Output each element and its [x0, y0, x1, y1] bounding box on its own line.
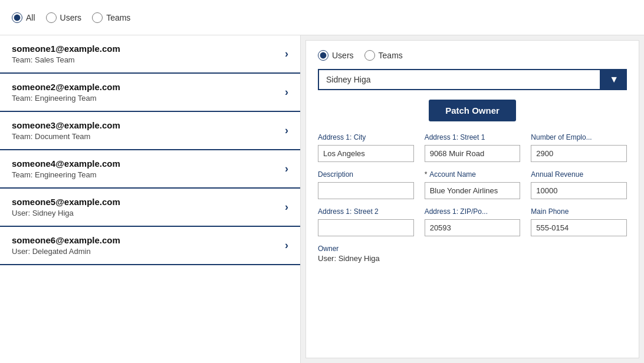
- field-label: Address 1: Street 2: [318, 207, 414, 216]
- field-label: Number of Emplo...: [531, 133, 627, 141]
- right-radio-users-text: Users: [332, 51, 354, 60]
- list-item-email: someone4@example.com: [12, 159, 120, 169]
- top-bar: All Users Teams: [0, 0, 644, 35]
- field-input[interactable]: [531, 145, 627, 162]
- list-item-text: someone4@example.com Team: Engineering T…: [12, 159, 120, 179]
- chevron-right-icon: ›: [285, 86, 288, 98]
- right-panel: Users Teams Sidney Higa ▼ Patch Owner: [305, 40, 639, 358]
- right-radio-teams-text: Teams: [379, 51, 403, 60]
- list-item-sub: User: Delegated Admin: [12, 247, 120, 256]
- radio-teams-label[interactable]: Teams: [92, 12, 130, 23]
- patch-owner-button[interactable]: Patch Owner: [429, 100, 516, 121]
- field-input[interactable]: [318, 219, 414, 236]
- right-radio-teams[interactable]: [364, 50, 375, 61]
- radio-all-label[interactable]: All: [12, 12, 35, 23]
- chevron-right-icon: ›: [285, 48, 288, 60]
- required-mark: *: [425, 170, 428, 179]
- list-item-sub: User: Sidney Higa: [12, 209, 120, 217]
- field-group: Address 1: City: [318, 133, 414, 162]
- user-dropdown[interactable]: Sidney Higa: [318, 69, 601, 90]
- right-radio-users-label[interactable]: Users: [318, 50, 354, 61]
- field-input[interactable]: [318, 182, 414, 199]
- radio-teams[interactable]: [92, 12, 103, 23]
- main-container: All Users Teams someone1@example.com Tea…: [0, 0, 644, 363]
- field-group: Main Phone: [531, 207, 627, 236]
- field-input[interactable]: [531, 182, 627, 199]
- field-input[interactable]: [425, 219, 521, 236]
- field-group: *Account Name: [425, 170, 521, 199]
- field-group: Description: [318, 170, 414, 199]
- field-group: Number of Emplo...: [531, 133, 627, 162]
- list-item-text: someone5@example.com User: Sidney Higa: [12, 197, 120, 217]
- field-label: Annual Revenue: [531, 170, 627, 179]
- list-item-email: someone2@example.com: [12, 82, 120, 92]
- list-item-email: someone3@example.com: [12, 120, 120, 130]
- list-item-sub: Team: Document Team: [12, 132, 120, 141]
- owner-section: Owner User: Sidney Higa: [318, 245, 627, 263]
- field-label: Address 1: Street 1: [425, 133, 521, 141]
- list-item-sub: Team: Engineering Team: [12, 94, 120, 103]
- field-label: Main Phone: [531, 207, 627, 216]
- list-item[interactable]: someone5@example.com User: Sidney Higa ›: [0, 189, 300, 227]
- list-item[interactable]: someone6@example.com User: Delegated Adm…: [0, 227, 300, 265]
- list-item-text: someone3@example.com Team: Document Team: [12, 120, 120, 141]
- fields-grid: Address 1: CityAddress 1: Street 1Number…: [318, 133, 627, 236]
- dropdown-chevron-button[interactable]: ▼: [601, 69, 627, 90]
- radio-all-text: All: [26, 13, 35, 22]
- chevron-right-icon: ›: [285, 163, 288, 175]
- right-radio-users[interactable]: [318, 50, 328, 61]
- list-item-text: someone1@example.com Team: Sales Team: [12, 44, 120, 64]
- list-item-email: someone5@example.com: [12, 197, 120, 207]
- field-label: Address 1: City: [318, 133, 414, 141]
- list-item-text: someone6@example.com User: Delegated Adm…: [12, 235, 120, 256]
- field-input[interactable]: [531, 219, 627, 236]
- radio-users-text: Users: [60, 13, 82, 22]
- field-group: Annual Revenue: [531, 170, 627, 199]
- chevron-right-icon: ›: [285, 124, 288, 137]
- user-dropdown-row: Sidney Higa ▼: [318, 69, 627, 90]
- list-item-sub: Team: Engineering Team: [12, 170, 120, 179]
- list-item[interactable]: someone3@example.com Team: Document Team…: [0, 112, 300, 150]
- field-input[interactable]: [425, 182, 521, 199]
- list-item-email: someone6@example.com: [12, 235, 120, 245]
- list-item-email: someone1@example.com: [12, 44, 120, 54]
- content-area: someone1@example.com Team: Sales Team › …: [0, 35, 644, 363]
- radio-teams-text: Teams: [106, 13, 130, 22]
- field-group: Address 1: Street 1: [425, 133, 521, 162]
- owner-value: User: Sidney Higa: [318, 254, 627, 263]
- radio-users[interactable]: [46, 12, 57, 23]
- chevron-right-icon: ›: [285, 239, 288, 252]
- field-input[interactable]: [425, 145, 521, 162]
- left-panel: someone1@example.com Team: Sales Team › …: [0, 35, 301, 363]
- field-group: Address 1: Street 2: [318, 207, 414, 236]
- right-radio-group: Users Teams: [318, 50, 627, 61]
- list-item-sub: Team: Sales Team: [12, 55, 120, 64]
- right-radio-teams-label[interactable]: Teams: [364, 50, 403, 61]
- list-item[interactable]: someone2@example.com Team: Engineering T…: [0, 74, 300, 112]
- field-label: Address 1: ZIP/Po...: [425, 207, 521, 216]
- chevron-right-icon: ›: [285, 201, 288, 213]
- list-item[interactable]: someone1@example.com Team: Sales Team ›: [0, 35, 300, 74]
- field-input[interactable]: [318, 145, 414, 162]
- top-radio-group: All Users Teams: [12, 12, 130, 23]
- chevron-down-icon: ▼: [609, 74, 619, 85]
- list-item-text: someone2@example.com Team: Engineering T…: [12, 82, 120, 103]
- radio-users-label[interactable]: Users: [46, 12, 82, 23]
- radio-all[interactable]: [12, 12, 22, 23]
- field-label: *Account Name: [425, 170, 521, 179]
- field-group: Address 1: ZIP/Po...: [425, 207, 521, 236]
- list-item[interactable]: someone4@example.com Team: Engineering T…: [0, 150, 300, 189]
- owner-label: Owner: [318, 245, 627, 253]
- field-label: Description: [318, 170, 414, 179]
